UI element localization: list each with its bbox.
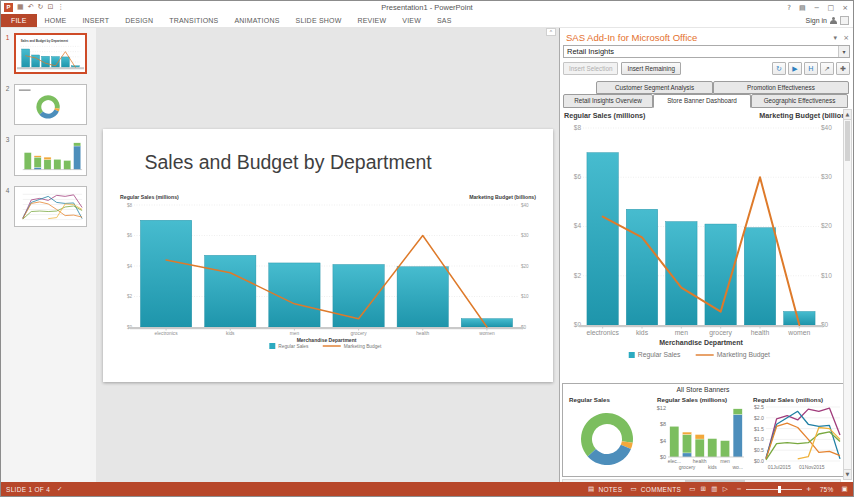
zoom-out-icon[interactable]: −: [736, 485, 742, 493]
svg-text:$40: $40: [521, 202, 529, 207]
svg-text:health: health: [693, 458, 707, 464]
sign-in-area[interactable]: Sign in: [806, 14, 853, 27]
svg-text:$40: $40: [821, 124, 832, 131]
ribbon-tab-slide-show[interactable]: SLIDE SHOW: [288, 14, 350, 27]
slide-thumbnail-3[interactable]: 3: [1, 135, 96, 176]
slide-thumbnail-2[interactable]: 2: [1, 84, 96, 125]
close-icon[interactable]: ×: [842, 3, 848, 13]
expand-icon[interactable]: ✚: [836, 62, 850, 75]
svg-text:Regular Sales (millions): Regular Sales (millions): [120, 194, 179, 200]
sas-tab-customer-segment-analysis[interactable]: Customer Segment Analysis: [596, 81, 713, 94]
slide-thumbnail-1[interactable]: 1Sales and Budget by Department: [1, 33, 96, 74]
sas-tab-geographic-effectiveness[interactable]: Geographic Effectiveness: [751, 94, 848, 108]
svg-text:$2.5: $2.5: [754, 404, 764, 410]
svg-text:$0.5: $0.5: [754, 447, 764, 453]
thumbnail-preview[interactable]: [14, 186, 87, 227]
slide-combo-chart[interactable]: $0$0$2$10$4$20$6$30$8$40electronicskidsm…: [119, 193, 537, 351]
svg-text:$10: $10: [821, 272, 832, 279]
svg-text:Merchandise Department: Merchandise Department: [296, 336, 356, 342]
slide-thumbnail-4[interactable]: 4: [1, 186, 96, 227]
selection-pointer-icon[interactable]: ▶: [788, 62, 802, 75]
zoom-controls: − +: [736, 485, 812, 493]
svg-text:$12: $12: [657, 405, 666, 411]
ribbon-display-options-icon[interactable]: ▤: [799, 3, 806, 13]
refresh-icon[interactable]: ↻: [772, 62, 786, 75]
notes-toggle[interactable]: ▤ NOTES: [588, 485, 622, 493]
sas-tab-row-bottom: Retail Insights OverviewStore Banner Das…: [563, 94, 849, 108]
panel-combo-chart[interactable]: $0$0$2$10$4$20$6$30$8$40electronicskidsm…: [563, 109, 844, 380]
ribbon-tab-sas[interactable]: SAS: [429, 14, 460, 27]
svg-text:health: health: [416, 330, 429, 335]
thumbnail-preview[interactable]: [14, 84, 87, 125]
ribbon-tab-file[interactable]: FILE: [1, 14, 37, 27]
ribbon-tab-transitions[interactable]: TRANSITIONS: [161, 14, 226, 27]
resize-icon[interactable]: ↗: [820, 62, 834, 75]
help-icon[interactable]: ?: [787, 3, 791, 13]
fit-to-window-icon[interactable]: ▣: [842, 485, 848, 493]
sas-tab-store-banner-dashboard[interactable]: Store Banner Dashboard: [653, 94, 751, 108]
user-avatar-icon: [830, 17, 837, 25]
slide-canvas[interactable]: Sales and Budget by Department $0$0$2$10…: [103, 129, 553, 382]
highlight-icon[interactable]: H: [804, 62, 818, 75]
ribbon-tab-home[interactable]: HOME: [37, 14, 75, 27]
scroll-up-icon[interactable]: ▲: [844, 110, 851, 120]
svg-text:kids: kids: [708, 464, 717, 470]
mini-donut-chart[interactable]: Regular Sales: [565, 394, 653, 473]
svg-text:$1.0: $1.0: [754, 436, 764, 442]
report-selector-dropdown[interactable]: Retail Insights ▾: [563, 45, 850, 58]
ribbon-tab-animations[interactable]: ANIMATIONS: [226, 14, 287, 27]
slideshow-view-icon[interactable]: ▷: [723, 485, 728, 493]
zoom-in-icon[interactable]: +: [806, 485, 812, 493]
notes-icon: ▤: [588, 485, 594, 493]
collapse-ribbon-icon[interactable]: ^: [546, 28, 556, 36]
svg-text:$2: $2: [574, 272, 582, 279]
workspace: ^ 1Sales and Budget by Department234 Sal…: [1, 28, 853, 482]
window-controls: ? ▤ − □ ×: [787, 3, 853, 13]
panel-vertical-scrollbar[interactable]: ▲ ▼: [843, 109, 852, 480]
svg-text:kids: kids: [225, 330, 234, 335]
slide-sorter-icon[interactable]: ⊞: [701, 485, 707, 493]
panel-close-icon[interactable]: ×: [843, 34, 849, 42]
panel-collapse-icon[interactable]: ▾: [834, 34, 838, 42]
svg-text:kids: kids: [636, 329, 649, 336]
svg-text:$4: $4: [574, 222, 582, 229]
thumbnail-preview[interactable]: Sales and Budget by Department: [14, 33, 87, 74]
comments-toggle[interactable]: ▭ COMMENTS: [630, 485, 681, 493]
minimize-icon[interactable]: −: [814, 3, 820, 13]
ribbon-tab-design[interactable]: DESIGN: [117, 14, 161, 27]
horizontal-scroll-thumb[interactable]: [685, 480, 745, 482]
svg-text:men: men: [675, 329, 688, 336]
spellcheck-icon[interactable]: ✓: [57, 485, 63, 493]
reading-view-icon[interactable]: ▥: [711, 485, 717, 493]
scroll-down-icon[interactable]: ▼: [844, 469, 851, 479]
ribbon-tab-view[interactable]: VIEW: [394, 14, 429, 27]
vertical-scroll-thumb[interactable]: [845, 121, 850, 161]
svg-text:wo...: wo...: [732, 464, 743, 470]
ribbon-tab-insert[interactable]: INSERT: [74, 14, 117, 27]
mini-donut-title: Regular Sales: [565, 394, 653, 403]
slide-title[interactable]: Sales and Budget by Department: [145, 151, 432, 174]
panel-horizontal-scrollbar[interactable]: [562, 479, 841, 482]
svg-text:$6: $6: [574, 173, 582, 180]
window-title: Presentation1 - PowerPoint: [1, 3, 853, 12]
zoom-slider[interactable]: [746, 489, 802, 490]
svg-text:$8: $8: [126, 202, 132, 207]
thumbnail-preview[interactable]: [14, 135, 87, 176]
restore-icon[interactable]: □: [828, 3, 835, 13]
svg-text:$6: $6: [126, 233, 132, 238]
zoom-slider-thumb[interactable]: [778, 486, 781, 493]
mini-stacked-bar-chart[interactable]: Regular Sales (millions) $0$4$8$12elec..…: [653, 394, 749, 473]
sas-tab-promotion-effectiveness[interactable]: Promotion Effectiveness: [713, 81, 849, 94]
comments-label: COMMENTS: [641, 486, 681, 493]
svg-text:Regular Sales: Regular Sales: [278, 344, 309, 349]
sas-tab-retail-insights-overview[interactable]: Retail Insights Overview: [563, 94, 653, 108]
mini-section-title: All Store Banners: [563, 384, 843, 393]
svg-text:women: women: [787, 329, 810, 336]
insert-selection-button[interactable]: Insert Selection: [563, 62, 618, 75]
ribbon-tab-review[interactable]: REVIEW: [349, 14, 394, 27]
mini-line-chart[interactable]: Regular Sales (millions) $0.0$0.5$1.0$1.…: [749, 394, 843, 473]
normal-view-icon[interactable]: ▭: [689, 485, 695, 493]
insert-remaining-button[interactable]: Insert Remaining: [621, 62, 681, 75]
dropdown-arrow-icon[interactable]: ▾: [838, 46, 849, 57]
zoom-level[interactable]: 75%: [820, 486, 834, 493]
